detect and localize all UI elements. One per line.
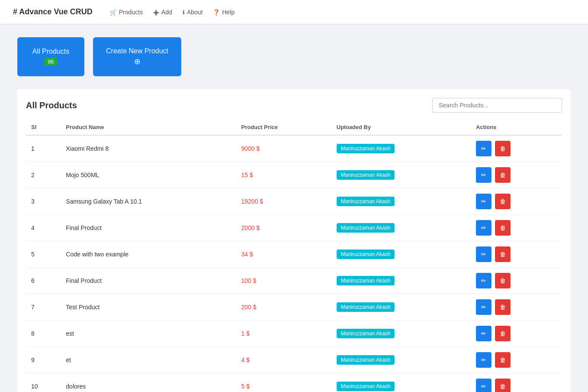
cell-uploader-6: Maniruzzaman Akash [331,294,471,321]
cell-price-8: 4 $ [236,347,331,373]
cell-actions-8: ✏ 🗑 [471,347,562,373]
col-uploader: Uploaded By [331,120,471,135]
uploader-badge-5: Maniruzzaman Akash [337,276,395,285]
cell-name-4: Code with two example [61,241,236,268]
nav-products[interactable]: Products [110,9,143,16]
actions-3: ✏ 🗑 [476,220,557,236]
cell-actions-3: ✏ 🗑 [471,215,562,241]
cell-sl-5: 6 [26,268,61,294]
cell-uploader-0: Maniruzzaman Akash [331,135,471,162]
nav-about-label: About [187,9,203,16]
edit-button-7[interactable]: ✏ [476,326,492,341]
cell-price-1: 15 $ [236,162,331,188]
cell-name-3: Final Product [61,215,236,241]
edit-button-8[interactable]: ✏ [476,352,492,368]
cell-uploader-5: Maniruzzaman Akash [331,268,471,294]
delete-button-6[interactable]: 🗑 [495,299,511,315]
table-row: 4 Final Product 2000 $ Maniruzzaman Akas… [26,215,562,241]
cell-uploader-3: Maniruzzaman Akash [331,215,471,241]
cell-name-2: Samsung Galaxy Tab A 10.1 [61,188,236,215]
uploader-badge-3: Maniruzzaman Akash [337,223,395,233]
edit-button-1[interactable]: ✏ [476,167,492,183]
cell-name-1: Mojo 500ML [61,162,236,188]
uploader-badge-9: Maniruzzaman Akash [337,382,395,391]
navbar: # Advance Vue CRUD Products Add About He… [0,0,588,24]
table-header: All Products [26,98,562,113]
search-input[interactable] [432,98,562,113]
uploader-badge-2: Maniruzzaman Akash [337,197,395,206]
actions-6: ✏ 🗑 [476,299,557,315]
delete-button-8[interactable]: 🗑 [495,352,511,368]
edit-button-2[interactable]: ✏ [476,194,492,209]
cards-row: All Products 96 Create New Product ⊕ [17,37,571,76]
cell-name-8: et [61,347,236,373]
cell-name-6: Test Product [61,294,236,321]
all-products-badge: 96 [44,58,57,66]
actions-9: ✏ 🗑 [476,379,557,392]
cell-sl-0: 1 [26,135,61,162]
brand[interactable]: # Advance Vue CRUD [13,7,93,16]
cell-price-0: 9000 $ [236,135,331,162]
cell-price-5: 100 $ [236,268,331,294]
delete-button-4[interactable]: 🗑 [495,246,511,262]
cell-actions-4: ✏ 🗑 [471,241,562,268]
cell-actions-9: ✏ 🗑 [471,373,562,392]
all-products-label: All Products [32,48,69,55]
cell-price-2: 19200 $ [236,188,331,215]
cell-actions-5: ✏ 🗑 [471,268,562,294]
cell-uploader-4: Maniruzzaman Akash [331,241,471,268]
actions-2: ✏ 🗑 [476,194,557,209]
col-price: Product Price [236,120,331,135]
cell-actions-6: ✏ 🗑 [471,294,562,321]
cell-price-6: 200 $ [236,294,331,321]
nav-add[interactable]: Add [153,9,172,16]
col-actions: Actions [471,120,562,135]
info-icon [183,9,185,16]
actions-4: ✏ 🗑 [476,246,557,262]
delete-button-2[interactable]: 🗑 [495,194,511,209]
uploader-badge-4: Maniruzzaman Akash [337,249,395,259]
cell-name-0: Xiaomi Redmi 8 [61,135,236,162]
edit-button-3[interactable]: ✏ [476,220,492,236]
delete-button-0[interactable]: 🗑 [495,141,511,156]
nav-add-label: Add [161,9,172,16]
cell-sl-3: 4 [26,215,61,241]
cell-actions-7: ✏ 🗑 [471,321,562,347]
cell-sl-4: 5 [26,241,61,268]
cell-actions-2: ✏ 🗑 [471,188,562,215]
nav-help[interactable]: Help [213,9,235,16]
nav-about[interactable]: About [183,9,203,16]
cell-sl-9: 10 [26,373,61,392]
cell-actions-1: ✏ 🗑 [471,162,562,188]
cell-uploader-7: Maniruzzaman Akash [331,321,471,347]
table-row: 2 Mojo 500ML 15 $ Maniruzzaman Akash ✏ 🗑 [26,162,562,188]
delete-button-9[interactable]: 🗑 [495,379,511,392]
actions-1: ✏ 🗑 [476,167,557,183]
table-row: 10 dolores 5 $ Maniruzzaman Akash ✏ 🗑 [26,373,562,392]
cell-name-7: est [61,321,236,347]
cell-uploader-8: Maniruzzaman Akash [331,347,471,373]
delete-button-7[interactable]: 🗑 [495,326,511,341]
cell-price-7: 1 $ [236,321,331,347]
delete-button-5[interactable]: 🗑 [495,273,511,288]
edit-button-9[interactable]: ✏ [476,379,492,392]
help-icon [213,9,220,16]
all-products-card[interactable]: All Products 96 [17,37,84,76]
table-section: All Products Sl Product Name Product Pri… [17,89,571,392]
uploader-badge-0: Maniruzzaman Akash [337,144,395,153]
edit-button-6[interactable]: ✏ [476,299,492,315]
cell-name-5: Final Product [61,268,236,294]
uploader-badge-6: Maniruzzaman Akash [337,302,395,312]
delete-button-3[interactable]: 🗑 [495,220,511,236]
uploader-badge-7: Maniruzzaman Akash [337,329,395,338]
table-row: 5 Code with two example 34 $ Maniruzzama… [26,241,562,268]
edit-button-0[interactable]: ✏ [476,141,492,156]
main-content: All Products 96 Create New Product ⊕ All… [0,24,588,392]
edit-button-5[interactable]: ✏ [476,273,492,288]
delete-button-1[interactable]: 🗑 [495,167,511,183]
uploader-badge-8: Maniruzzaman Akash [337,355,395,365]
cell-sl-7: 8 [26,321,61,347]
create-product-card[interactable]: Create New Product ⊕ [93,37,181,76]
edit-button-4[interactable]: ✏ [476,246,492,262]
table-row: 9 et 4 $ Maniruzzaman Akash ✏ 🗑 [26,347,562,373]
